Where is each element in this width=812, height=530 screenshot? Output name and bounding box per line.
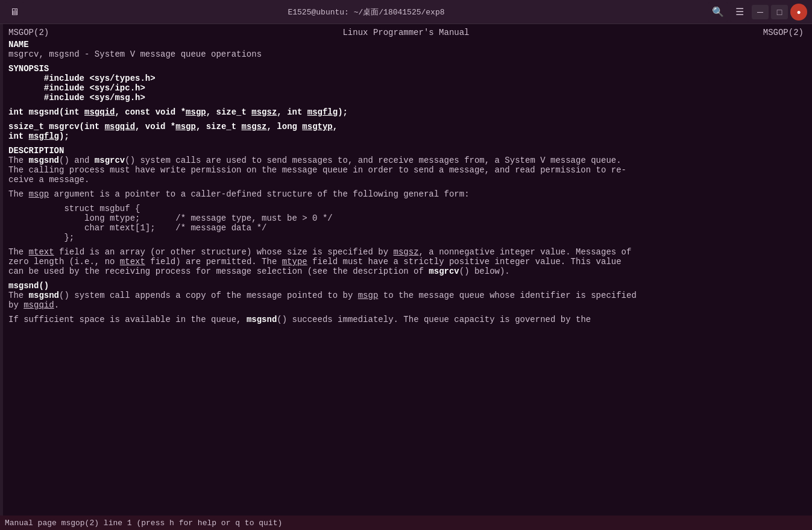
description-section: DESCRIPTION The msgsnd() and msgrcv() sy… [8, 146, 804, 276]
description-p1: The msgsnd() and msgrcv() system calls a… [8, 156, 804, 185]
man-page-header: MSGOP(2) Linux Programmer's Manual MSGOP… [8, 28, 804, 37]
search-icon: 🔍 [712, 6, 724, 17]
msgsnd-p1: The msgsnd() system call appends a copy … [8, 291, 804, 310]
left-bar [0, 24, 3, 516]
man-header-right: MSGOP(2) [763, 28, 804, 37]
synopsis-msgrcv: ssize_t msgrcv(int msgqid, void *msgp, s… [8, 122, 804, 141]
synopsis-label: SYNOPSIS [8, 64, 49, 74]
msgsnd-label: msgsnd() [8, 281, 49, 291]
description-label: DESCRIPTION [8, 146, 64, 156]
titlebar-controls: 🔍 ☰ ─ □ ● [708, 2, 807, 22]
terminal-icon-button[interactable]: 🖥 [5, 2, 24, 22]
msgsnd-subsection: msgsnd() The msgsnd() system call append… [8, 281, 804, 324]
restore-icon: □ [777, 7, 782, 17]
man-header-center: Linux Programmer's Manual [342, 28, 469, 37]
minimize-button[interactable]: ─ [752, 5, 769, 19]
window-title: E1525@ubuntu: ~/桌面/18041525/exp8 [24, 7, 708, 17]
man-page-content: MSGOP(2) Linux Programmer's Manual MSGOP… [0, 24, 812, 516]
description-p2: The msgp argument is a pointer to a call… [8, 189, 804, 199]
name-label: NAME [8, 40, 29, 49]
name-section: NAME msgrcv, msgsnd - System V message q… [8, 40, 804, 59]
restore-button[interactable]: □ [771, 5, 788, 19]
struct-code: struct msgbuf { long mtype; /* message t… [8, 204, 804, 242]
name-content: msgrcv, msgsnd - System V message queue … [8, 49, 804, 59]
terminal-content-area: MSGOP(2) Linux Programmer's Manual MSGOP… [0, 24, 812, 516]
status-text: Manual page msgop(2) line 1 (press h for… [5, 519, 282, 528]
status-bar: Manual page msgop(2) line 1 (press h for… [0, 516, 812, 530]
synopsis-includes: #include <sys/types.h> #include <sys/ipc… [8, 74, 804, 103]
minimize-icon: ─ [757, 7, 763, 17]
synopsis-msgsnd: int msgsnd(int msgqid, const void *msgp,… [8, 107, 804, 117]
titlebar-left: 🖥 [5, 2, 24, 22]
menu-button[interactable]: ☰ [730, 2, 749, 22]
avatar-button[interactable]: ● [790, 4, 807, 21]
msgsnd-p2: If sufficient space is available in the … [8, 315, 804, 324]
man-header-left: MSGOP(2) [8, 28, 49, 37]
description-p3: The mtext field is an array (or other st… [8, 247, 804, 276]
synopsis-section: SYNOPSIS #include <sys/types.h> #include… [8, 64, 804, 141]
terminal-icon: 🖥 [10, 7, 19, 17]
titlebar: 🖥 E1525@ubuntu: ~/桌面/18041525/exp8 🔍 ☰ ─… [0, 0, 812, 24]
search-button[interactable]: 🔍 [708, 2, 728, 22]
avatar-icon: ● [796, 8, 801, 16]
menu-icon: ☰ [735, 6, 744, 17]
